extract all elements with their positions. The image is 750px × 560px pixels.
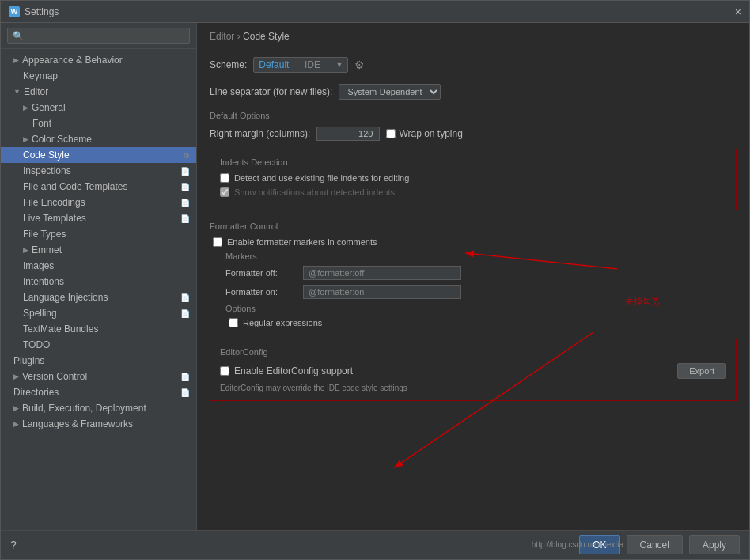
sidebar-item-label: Spelling <box>23 308 57 319</box>
breadcrumb: Editor › Code Style <box>210 31 290 42</box>
sidebar-item-label: Intentions <box>23 276 64 287</box>
enable-editorconfig-label: Enable EditorConfig support <box>234 365 353 376</box>
sidebar-item-label: Languages & Frameworks <box>22 418 133 429</box>
breadcrumb-current: Code Style <box>243 31 290 42</box>
sidebar-item-plugins[interactable]: Plugins <box>1 353 196 369</box>
sidebar: ▶ Appearance & Behavior Keymap ▼ Editor … <box>1 23 197 530</box>
sidebar-item-font[interactable]: Font <box>1 115 196 131</box>
cancel-button[interactable]: Cancel <box>627 535 683 554</box>
page-icon: 📄 <box>180 214 190 223</box>
page-icon: 📄 <box>180 309 190 318</box>
scheme-scope: IDE <box>305 59 320 70</box>
close-button[interactable]: × <box>735 6 741 18</box>
sidebar-item-label: Language Injections <box>23 292 108 303</box>
sidebar-item-label: Color Scheme <box>32 134 92 145</box>
formatter-on-input[interactable] <box>303 285 461 299</box>
breadcrumb-separator: › <box>237 31 243 42</box>
sidebar-item-code-style[interactable]: Code Style ⚙ <box>1 147 196 163</box>
formatter-on-label: Formatter on: <box>225 287 297 297</box>
margin-input[interactable] <box>316 127 380 141</box>
wrap-checkbox[interactable] <box>386 129 396 138</box>
sidebar-item-label: Code Style <box>23 149 70 161</box>
sidebar-item-label: Version Control <box>22 371 87 382</box>
sidebar-item-build[interactable]: ▶ Build, Execution, Deployment <box>1 400 196 416</box>
expand-arrow: ▶ <box>23 104 28 112</box>
sidebar-item-appearance[interactable]: ▶ Appearance & Behavior <box>1 52 196 68</box>
sidebar-item-inspections[interactable]: Inspections 📄 <box>1 163 196 179</box>
scheme-row: Scheme: Default IDE ▼ ⚙ <box>210 57 737 73</box>
sidebar-item-editor[interactable]: ▼ Editor <box>1 84 196 100</box>
help-button[interactable]: ? <box>10 539 17 551</box>
page-icon: 📄 <box>180 373 190 381</box>
enable-formatter-row: Enable formatter markers in comments <box>213 237 737 247</box>
formatter-section-title: Formatter Control <box>210 221 737 231</box>
indents-section-title: Indents Detection <box>220 157 726 167</box>
sidebar-item-textmate[interactable]: TextMate Bundles <box>1 321 196 337</box>
wrap-label: Wrap on typing <box>399 128 463 139</box>
formatter-off-input[interactable] <box>303 266 461 280</box>
sidebar-item-file-encodings[interactable]: File Encodings 📄 <box>1 195 196 210</box>
sidebar-item-emmet[interactable]: ▶ Emmet <box>1 242 196 258</box>
sidebar-item-live-templates[interactable]: Live Templates 📄 <box>1 210 196 226</box>
sidebar-item-spelling[interactable]: Spelling 📄 <box>1 305 196 321</box>
editor-config-section: EditorConfig Enable EditorConfig support… <box>210 339 737 401</box>
sidebar-item-color-scheme[interactable]: ▶ Color Scheme <box>1 131 196 147</box>
default-options-header: Default Options <box>210 111 737 120</box>
indents-section: Indents Detection Detect and use existin… <box>210 149 737 210</box>
separator-select[interactable]: System-Dependent Unix (\n) Windows (\r\n… <box>339 84 441 100</box>
page-icon: 📄 <box>180 388 190 397</box>
detect-indents-checkbox[interactable] <box>220 173 229 183</box>
main-content: ▶ Appearance & Behavior Keymap ▼ Editor … <box>1 23 749 530</box>
sidebar-item-version-control[interactable]: ▶ Version Control 📄 <box>1 369 196 384</box>
enable-editorconfig-checkbox[interactable] <box>220 366 229 376</box>
breadcrumb-parent: Editor <box>210 31 234 42</box>
scheme-select[interactable]: Default IDE ▼ <box>253 57 348 73</box>
sidebar-item-label: General <box>32 102 66 113</box>
settings-icon: ⚙ <box>183 151 190 160</box>
panel-header: Editor › Code Style <box>197 23 749 47</box>
apply-button[interactable]: Apply <box>689 535 740 554</box>
markers-label: Markers <box>225 252 737 261</box>
sidebar-item-todo[interactable]: TODO <box>1 337 196 353</box>
watermark: http://blog.csdn.net/niextia <box>532 540 623 549</box>
separator-row: Line separator (for new files): System-D… <box>210 84 737 100</box>
sidebar-item-images[interactable]: Images <box>1 258 196 274</box>
sidebar-item-intentions[interactable]: Intentions <box>1 274 196 289</box>
formatter-section: Formatter Control Enable formatter marke… <box>210 221 737 327</box>
sidebar-item-keymap[interactable]: Keymap <box>1 68 196 84</box>
sidebar-item-label: File Encodings <box>23 197 85 208</box>
export-button[interactable]: Export <box>677 363 726 379</box>
window-title: Settings <box>25 6 59 17</box>
margin-label: Right margin (columns): <box>210 128 310 139</box>
formatter-on-row: Formatter on: <box>225 285 737 299</box>
regex-checkbox[interactable] <box>229 318 238 327</box>
sidebar-item-label: Directories <box>13 387 59 398</box>
editor-config-row: Enable EditorConfig support Export <box>220 363 726 379</box>
sidebar-item-label: Appearance & Behavior <box>22 55 123 66</box>
sidebar-item-lang-frameworks[interactable]: ▶ Languages & Frameworks <box>1 416 196 432</box>
sidebar-item-label: Images <box>23 260 54 271</box>
show-notifications-label: Show notifications about detected indent… <box>234 187 395 197</box>
separator-select-wrapper: System-Dependent Unix (\n) Windows (\r\n… <box>339 84 441 100</box>
search-input[interactable] <box>7 28 190 44</box>
sidebar-item-file-types[interactable]: File Types <box>1 226 196 242</box>
formatter-off-row: Formatter off: <box>225 266 737 280</box>
sidebar-item-general[interactable]: ▶ General <box>1 100 196 115</box>
scheme-label: Scheme: <box>210 59 247 70</box>
editor-config-note: EditorConfig may override the IDE code s… <box>220 384 726 392</box>
sidebar-item-directories[interactable]: Directories 📄 <box>1 384 196 400</box>
detect-indents-label: Detect and use existing file indents for… <box>234 173 409 183</box>
bottom-bar: ? http://blog.csdn.net/niextia OK Cancel… <box>1 530 749 559</box>
sidebar-item-language-injections[interactable]: Language Injections 📄 <box>1 289 196 305</box>
sidebar-item-file-code-templates[interactable]: File and Code Templates 📄 <box>1 179 196 195</box>
expand-arrow: ▶ <box>13 373 19 380</box>
page-icon: 📄 <box>180 199 190 207</box>
expand-arrow: ▶ <box>13 420 19 428</box>
regex-label: Regular expressions <box>243 318 322 327</box>
separator-label: Line separator (for new files): <box>210 86 332 97</box>
enable-formatter-checkbox[interactable] <box>213 237 222 247</box>
sidebar-tree: ▶ Appearance & Behavior Keymap ▼ Editor … <box>1 49 196 530</box>
expand-arrow: ▶ <box>23 135 28 143</box>
panel-content: Scheme: Default IDE ▼ ⚙ Line separator (… <box>197 47 749 530</box>
scheme-gear-icon[interactable]: ⚙ <box>354 59 365 71</box>
